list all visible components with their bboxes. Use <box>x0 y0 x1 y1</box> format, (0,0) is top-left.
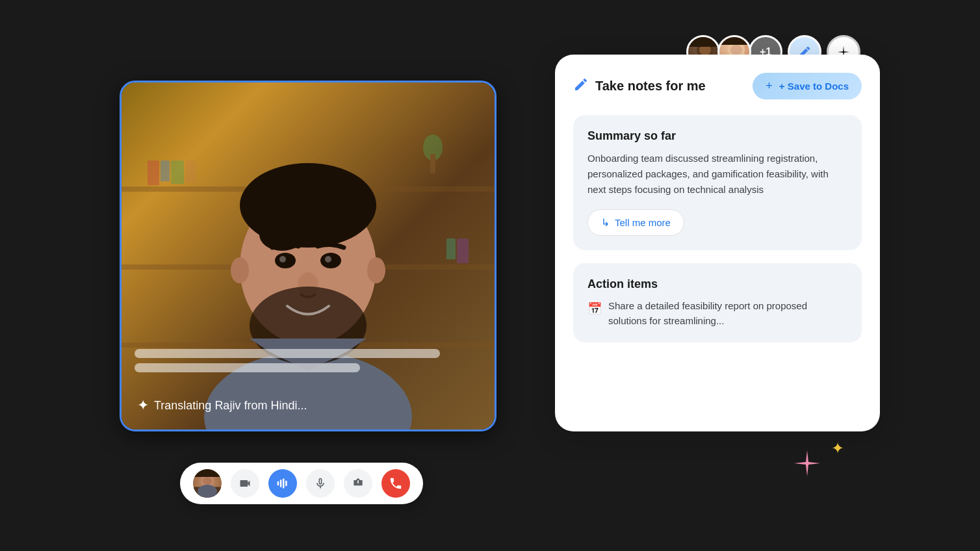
tell-me-more-button[interactable]: ↳ Tell me more <box>587 209 684 236</box>
svg-rect-6 <box>719 37 751 45</box>
notes-pencil-icon <box>573 77 589 96</box>
svg-point-22 <box>203 477 212 485</box>
svg-rect-23 <box>193 469 222 477</box>
save-to-docs-button[interactable]: + + Save to Docs <box>753 73 862 99</box>
svg-point-16 <box>325 256 331 263</box>
svg-point-24 <box>196 490 219 498</box>
subtitle-line-2 <box>135 363 360 372</box>
end-call-button[interactable] <box>381 469 410 498</box>
action-items-title: Action items <box>587 277 847 291</box>
self-avatar <box>193 469 222 498</box>
svg-rect-2 <box>688 37 720 47</box>
sparkle-gold-bottom-right-icon: ✦ <box>831 439 844 457</box>
summary-card: Summary so far Onboarding team discussed… <box>573 115 862 250</box>
svg-point-15 <box>279 256 286 263</box>
notes-header: Take notes for me + + Save to Docs <box>573 73 862 99</box>
controls-bar <box>180 463 423 504</box>
translation-overlay <box>135 349 482 378</box>
svg-point-20 <box>367 257 385 283</box>
tell-more-arrow-icon: ↳ <box>601 216 610 229</box>
translation-label: ✦ Translating Rajiv from Hindi... <box>137 397 307 414</box>
svg-rect-26 <box>277 481 279 486</box>
save-docs-plus-icon: + <box>766 79 773 93</box>
svg-rect-29 <box>285 481 287 486</box>
summary-body: Onboarding team discussed streamlining r… <box>587 151 847 198</box>
sparkle-pink-bottom-icon <box>793 449 821 480</box>
action-items-card: Action items 📅 Share a detailed feasibil… <box>573 263 862 342</box>
scene: ✦ ✦ <box>100 29 880 522</box>
summary-title: Summary so far <box>587 129 847 143</box>
camera-button[interactable] <box>231 469 259 498</box>
svg-rect-28 <box>283 479 285 489</box>
present-button[interactable] <box>344 469 372 498</box>
svg-point-5 <box>730 45 742 55</box>
person-face-svg <box>185 105 432 429</box>
svg-rect-27 <box>280 480 282 487</box>
translation-sparkle-icon: ✦ <box>137 397 149 414</box>
video-card: ✦ Translating Rajiv from Hindi... <box>120 81 496 431</box>
calendar-icon: 📅 <box>587 300 602 318</box>
notes-title: Take notes for me <box>573 77 706 96</box>
save-docs-label: + Save to Docs <box>779 81 849 92</box>
svg-point-25 <box>193 487 222 497</box>
video-background: ✦ Translating Rajiv from Hindi... <box>122 83 495 429</box>
action-item-1: 📅 Share a detailed feasibility report on… <box>587 299 847 328</box>
subtitle-line-1 <box>135 349 440 358</box>
microphone-button[interactable] <box>306 469 335 498</box>
svg-point-19 <box>231 257 249 283</box>
audio-visualizer-button[interactable] <box>268 469 297 498</box>
notes-panel: Take notes for me + + Save to Docs Summa… <box>555 55 880 431</box>
